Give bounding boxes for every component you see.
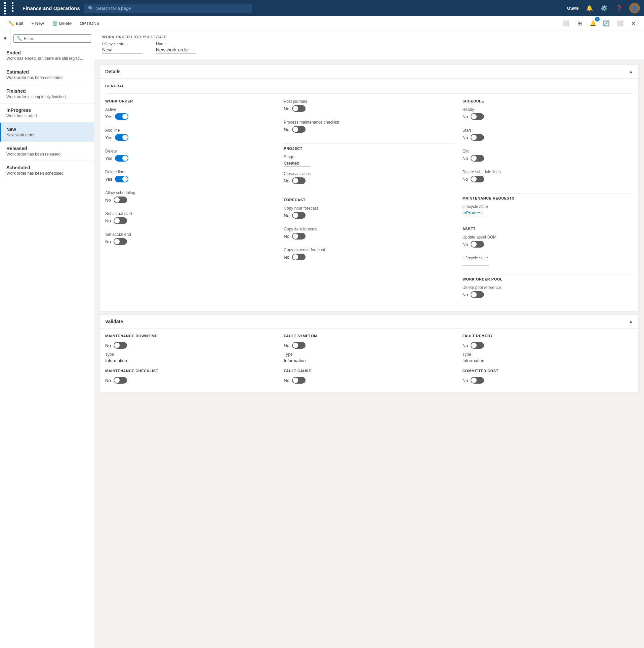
general-section-title: General [105,84,633,88]
details-section-body: General WORK ORDER Active Yes [100,79,638,311]
filter-icon[interactable]: ▼ [0,31,11,46]
details-section-title: Details [105,69,121,74]
sidebar-item-estimated[interactable]: Estimated Work order has been estimated [0,65,94,84]
options-button[interactable]: OPTIONS [76,19,103,28]
search-input[interactable] [96,6,248,11]
view-icon[interactable]: ⬜ [561,18,571,29]
work-order-column: WORK ORDER Active Yes Add line [105,99,276,306]
end-toggle[interactable] [471,155,484,162]
close-icon[interactable]: ✕ [628,18,639,29]
set-actual-end-field: Set actual end No [105,232,276,248]
delete-schedule-lines-toggle[interactable] [471,176,484,182]
sidebar-item-scheduled[interactable]: Scheduled Work order has been scheduled [0,161,94,180]
command-bar-right: ⬜ ⊞ 🔔0 🔄 ⬜ ✕ [561,18,639,29]
validate-section-title: Validate [105,319,123,324]
edit-button[interactable]: ✏️ Edit [5,19,27,28]
help-icon[interactable]: ❓ [614,3,624,13]
right-column: SCHEDULE Ready No Start [462,99,633,306]
sidebar-item-ended[interactable]: Ended Work has ended, but there are stil… [0,46,94,65]
process-maintenance-checklist-toggle[interactable] [292,126,306,133]
delete-field: Delete Yes [105,149,276,165]
delete-toggle[interactable] [115,155,128,162]
fault-symptom-toggle[interactable] [292,342,306,349]
fault-remedy-toggle[interactable] [471,342,484,349]
notification-icon[interactable]: 🔔 [585,3,594,13]
copy-item-forecast-field: Copy item forecast No [284,227,454,243]
post-journals-toggle[interactable] [292,105,306,112]
work-order-pool-title: WORK ORDER POOL [462,277,633,281]
copy-item-forecast-toggle[interactable] [292,233,306,240]
delete-line-toggle[interactable] [115,176,128,182]
maximize-icon[interactable]: ⬜ [614,18,625,29]
app-grid-icon[interactable] [4,2,18,14]
maintenance-checklist-group: MAINTENANCE CHECKLIST No [105,369,276,387]
active-toggle[interactable] [115,113,128,120]
user-avatar[interactable]: 👤 [629,3,640,13]
maintenance-downtime-type-value: Information [105,358,132,364]
maintenance-downtime-group: MAINTENANCE DOWNTIME No Type Information [105,334,276,369]
sidebar-filter-input[interactable] [24,36,88,41]
add-line-toggle[interactable] [115,134,128,141]
refresh-icon[interactable]: 🔄 [601,18,612,29]
maintenance-checklist-title: MAINTENANCE CHECKLIST [105,369,276,373]
details-wrapper: Details ▲ General WORK ORDER Active [94,59,644,398]
validate-section-header[interactable]: Validate ▲ [100,315,638,329]
maintenance-requests-lifecycle-field: Lifecycle state InProgress [462,204,633,216]
ready-toggle[interactable] [471,113,484,120]
forecast-group-title: FORECAST [284,198,454,202]
details-section-header[interactable]: Details ▲ [100,65,638,79]
apps-icon[interactable]: ⊞ [574,18,585,29]
copy-hour-forecast-toggle[interactable] [292,212,306,219]
maintenance-downtime-toggle[interactable] [114,342,127,349]
sidebar-item-new[interactable]: New New work order [0,123,94,142]
sidebar-items-list: Ended Work has ended, but there are stil… [0,46,94,648]
name-value: New work order [156,47,196,53]
new-button[interactable]: + New [28,19,47,28]
sidebar-item-released[interactable]: Released Work order has been released [0,142,94,161]
lifecycle-state-value: New [102,47,143,53]
delete-pool-reference-toggle[interactable] [471,291,484,298]
start-field: Start No [462,128,633,144]
copy-expense-forecast-toggle[interactable] [292,254,306,260]
notification-badge[interactable]: 🔔0 [588,18,598,29]
stage-field: Stage Created [284,155,454,167]
post-journals-field: Post journals No [284,99,454,115]
update-asset-bom-toggle[interactable] [471,241,484,248]
maintenance-checklist-toggle[interactable] [114,377,127,384]
fault-cause-toggle[interactable] [292,377,306,384]
copy-expense-forecast-field: Copy expense forecast No [284,248,454,264]
set-actual-end-toggle[interactable] [114,238,127,245]
fault-symptom-title: FAULT SYMPTOM [284,334,454,338]
set-actual-start-toggle[interactable] [114,217,127,224]
details-section-card: Details ▲ General WORK ORDER Active [99,64,639,312]
start-toggle[interactable] [471,134,484,141]
allow-scheduling-toggle[interactable] [114,197,127,203]
project-group-title: PROJECT [284,146,454,150]
command-bar: ✏️ Edit + New 🗑️ Delete OPTIONS ⬜ ⊞ 🔔0 🔄… [0,16,644,31]
maintenance-requests-lifecycle-value[interactable]: InProgress [462,210,489,216]
search-icon: 🔍 [88,6,93,11]
sidebar-item-finished[interactable]: Finished Work order is completely finish… [0,84,94,103]
delete-button[interactable]: 🗑️ Delete [49,19,75,28]
main-layout: ▼ 🔍 Ended Work has ended, but there are … [0,31,644,648]
ready-field: Ready No [462,107,633,123]
delete-schedule-lines-field: Delete schedule lines No [462,170,633,186]
committed-cost-toggle[interactable] [471,377,484,384]
global-search[interactable]: 🔍 [84,4,252,13]
add-line-field: Add line Yes [105,128,276,144]
copy-hour-forecast-field: Copy hour forecast No [284,206,454,222]
update-asset-bom-field: Update asset BOM No [462,235,633,251]
close-activities-toggle[interactable] [292,177,306,184]
fault-remedy-group: FAULT REMEDY No Type Information [462,334,633,369]
close-activities-field: Close activities No [284,171,454,187]
lifecycle-state-field: Lifecycle state New [102,42,143,53]
record-header: WORK ORDER LIFECYCLE STATE Lifecycle sta… [94,31,644,59]
settings-icon[interactable]: ⚙️ [600,3,609,13]
stage-value: Created [284,161,311,167]
sidebar-item-inprogress[interactable]: InProgress Work has started [0,103,94,123]
validate-section-card: Validate ▲ MAINTENANCE DOWNTIME No [99,314,639,393]
fault-cause-group: FAULT CAUSE No [284,369,454,387]
general-grid: WORK ORDER Active Yes Add line [105,99,633,306]
sidebar-search-icon: 🔍 [16,36,22,41]
work-order-group-title: WORK ORDER [105,99,276,103]
